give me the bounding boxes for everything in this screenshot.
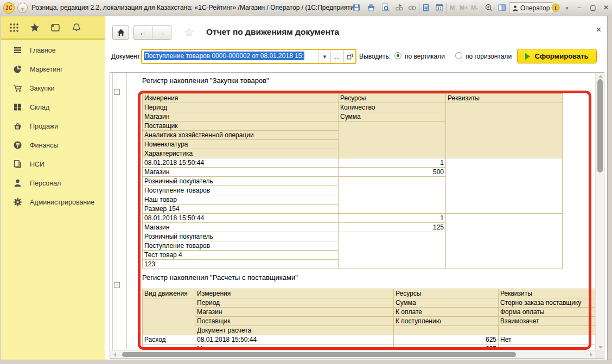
- register-data-cell[interactable]: 08.01.2018 15:50:44: [195, 335, 394, 344]
- register-header-cell[interactable]: [446, 103, 563, 158]
- register-data-cell[interactable]: [339, 177, 446, 214]
- register-header-cell[interactable]: Сумма: [394, 298, 499, 308]
- sidebar-item-marketing[interactable]: Маркетинг: [1, 60, 105, 79]
- sidebar-item-sklad[interactable]: Склад: [1, 98, 105, 117]
- get-link-icon[interactable]: [395, 3, 405, 13]
- register-data-cell[interactable]: Наш товар: [143, 195, 339, 205]
- info-icon[interactable]: i: [551, 3, 561, 13]
- register-header-cell[interactable]: Форма оплаты: [499, 308, 596, 317]
- register-data-cell[interactable]: [446, 214, 563, 269]
- register-data-cell[interactable]: 1: [339, 214, 446, 223]
- history-scroll-icon[interactable]: [50, 23, 60, 33]
- register-header-cell[interactable]: Магазин: [195, 308, 394, 317]
- split-window-icon[interactable]: [498, 3, 507, 13]
- radio-vertical[interactable]: [394, 52, 401, 59]
- memory-m-button[interactable]: M: [450, 4, 455, 11]
- register-header-cell[interactable]: Количество: [339, 103, 446, 112]
- close-window-button[interactable]: ✕: [601, 3, 611, 13]
- register-data-cell[interactable]: [446, 158, 563, 214]
- document-open-button[interactable]: [343, 50, 355, 63]
- register-data-cell[interactable]: Тест товар 4: [143, 251, 339, 260]
- register-data-cell[interactable]: 1: [339, 158, 446, 168]
- register-data-cell[interactable]: Расход: [143, 335, 195, 344]
- zoom-icon[interactable]: [484, 3, 494, 13]
- sidebar-item-nsi[interactable]: НСИ: [1, 155, 105, 174]
- sidebar-item-glavnoe[interactable]: Главное: [1, 41, 105, 60]
- 1c-logo-icon[interactable]: 1C: [3, 2, 15, 14]
- register-header-cell[interactable]: [143, 298, 195, 335]
- print-icon[interactable]: [367, 3, 377, 13]
- register-header-cell[interactable]: К оплате: [394, 308, 499, 317]
- register-data-cell[interactable]: Размер 154: [143, 205, 339, 214]
- save-icon[interactable]: [352, 3, 362, 13]
- register-header-cell[interactable]: Характеристика: [143, 149, 339, 158]
- register-header-cell[interactable]: Поставщик: [195, 317, 394, 326]
- back-button[interactable]: ←: [134, 26, 152, 39]
- radio-vertical-label[interactable]: по вертикали: [405, 53, 445, 60]
- sidebar-item-personal[interactable]: Персонал: [1, 174, 105, 193]
- register-data-cell[interactable]: 500: [339, 168, 446, 177]
- register-header-cell[interactable]: Период: [143, 103, 339, 112]
- register-data-cell[interactable]: Магазин: [143, 168, 339, 177]
- vertical-scrollbar[interactable]: [595, 73, 604, 351]
- calendar-icon[interactable]: 31: [435, 3, 445, 13]
- register-header-cell[interactable]: Реквизиты: [446, 94, 563, 103]
- forward-button[interactable]: →: [152, 26, 171, 39]
- register-header-cell[interactable]: Взаимозачет: [499, 317, 596, 326]
- close-form-button[interactable]: ✕: [596, 25, 602, 34]
- vertical-scrollbar-thumb[interactable]: [597, 79, 603, 173]
- document-choose-button[interactable]: ...: [330, 50, 343, 63]
- scroll-right-arrow[interactable]: [590, 353, 592, 357]
- memory-m-plus-button[interactable]: M+: [460, 4, 468, 11]
- horizontal-scrollbar-thumb[interactable]: [122, 352, 516, 357]
- register-data-cell[interactable]: Поступление товаров: [143, 186, 339, 195]
- register-data-cell[interactable]: [339, 232, 446, 269]
- sidebar-item-prodazhi[interactable]: Продажи: [1, 117, 105, 136]
- register-header-cell[interactable]: Ресурсы: [394, 289, 499, 298]
- chevron-down-icon[interactable]: ▾: [562, 3, 572, 13]
- maximize-button[interactable]: ▢: [588, 3, 598, 13]
- register-header-cell[interactable]: К поступлению: [394, 317, 499, 326]
- register-data-cell[interactable]: Розничный покупатель: [143, 177, 339, 186]
- register-data-cell[interactable]: 08.01.2018 15:50:44: [143, 214, 339, 223]
- register-header-cell[interactable]: Номенклатура: [143, 140, 339, 149]
- register-header-cell[interactable]: Сторно заказа поставщику: [499, 298, 596, 308]
- register-data-cell[interactable]: 08.01.2018 15:50:44: [143, 158, 339, 168]
- memory-m-minus-button[interactable]: M-: [471, 4, 478, 11]
- register-header-cell[interactable]: Ресурсы: [339, 94, 446, 103]
- sidebar-item-zakupki[interactable]: Закупки: [1, 79, 105, 98]
- register-header-cell[interactable]: Период: [195, 298, 394, 308]
- horizontal-scrollbar[interactable]: [110, 350, 596, 358]
- register-data-cell[interactable]: Магазин: [143, 223, 339, 232]
- register-header-cell[interactable]: Вид движения: [143, 289, 195, 298]
- document-dropdown-button[interactable]: ▾: [318, 50, 330, 63]
- register-header-cell[interactable]: Документ расчета: [195, 326, 394, 335]
- favorites-star-icon[interactable]: [30, 23, 40, 33]
- register-header-cell[interactable]: Измерения: [143, 94, 339, 103]
- minimize-button[interactable]: –: [575, 3, 584, 13]
- register-data-cell[interactable]: 123: [143, 260, 339, 269]
- register-header-cell[interactable]: Измерения: [195, 289, 394, 298]
- calculator-icon[interactable]: [422, 3, 431, 13]
- scroll-up-arrow[interactable]: [598, 75, 603, 78]
- register-header-cell[interactable]: Реквизиты: [499, 289, 596, 298]
- main-menu-dropdown-button[interactable]: ▼: [17, 3, 28, 13]
- favorite-toggle-star[interactable]: ☆: [184, 26, 194, 39]
- scroll-down-arrow[interactable]: [598, 346, 603, 349]
- generate-report-button[interactable]: Сформировать: [517, 49, 597, 63]
- register-header-cell[interactable]: Магазин: [143, 112, 339, 122]
- radio-horizontal-label[interactable]: по горизонтали: [466, 53, 512, 60]
- sidebar-item-administrirovanie[interactable]: Администрирование: [1, 193, 105, 212]
- sidebar-item-finansy[interactable]: Финансы: [1, 136, 105, 155]
- register-header-cell[interactable]: Сумма: [339, 112, 446, 122]
- scroll-left-arrow[interactable]: [113, 353, 116, 357]
- current-user-button[interactable]: Оператор: [509, 2, 553, 14]
- register-data-cell[interactable]: 625: [394, 335, 499, 344]
- register-header-cell[interactable]: Аналитика хозяйственной операции: [143, 131, 339, 140]
- register-header-cell[interactable]: [339, 122, 446, 158]
- register-data-cell[interactable]: Розничный покупатель: [143, 232, 339, 241]
- register-header-cell[interactable]: [394, 326, 499, 335]
- register-header-cell[interactable]: [499, 326, 596, 335]
- register-header-cell[interactable]: Поставщик: [143, 122, 339, 131]
- apps-grid-icon[interactable]: [9, 23, 19, 33]
